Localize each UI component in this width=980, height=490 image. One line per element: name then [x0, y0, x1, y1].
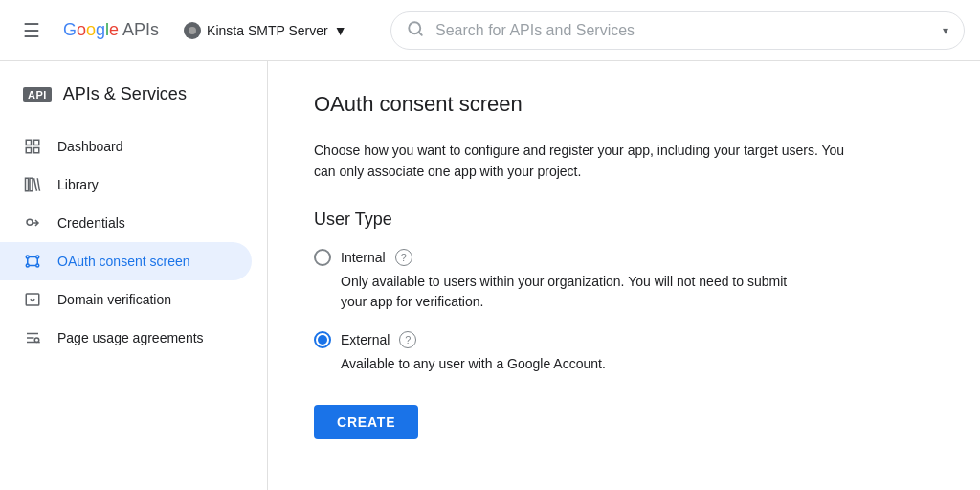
project-dropdown-icon: ▼: [334, 23, 347, 38]
create-button[interactable]: CREATE: [314, 405, 418, 439]
google-apis-logo: Google APIs: [63, 20, 159, 40]
sidebar-item-library-label: Library: [57, 177, 99, 192]
search-placeholder: Search for APIs and Services: [435, 22, 931, 39]
topbar: ☰ Google APIs Kinsta SMTP Server ▼ Searc…: [0, 0, 980, 61]
svg-rect-5: [34, 148, 39, 153]
internal-option: Internal ? Only available to users withi…: [314, 249, 934, 312]
domain-icon: [23, 290, 42, 309]
sidebar-section-title: APIs & Services: [63, 84, 187, 104]
sidebar-nav: Dashboard Library Credentials: [0, 127, 267, 357]
page-description: Choose how you want to configure and reg…: [314, 140, 850, 183]
internal-radio[interactable]: [314, 249, 331, 266]
sidebar-item-dashboard[interactable]: Dashboard: [0, 127, 252, 166]
external-label: External: [341, 332, 390, 347]
svg-point-10: [36, 256, 39, 258]
svg-line-22: [38, 342, 39, 343]
svg-rect-6: [26, 178, 29, 191]
search-chevron-icon: ▾: [943, 24, 948, 37]
svg-line-1: [418, 32, 421, 34]
sidebar-item-credentials[interactable]: Credentials: [0, 204, 252, 242]
external-radio-row: External ?: [314, 331, 934, 348]
sidebar-item-domain-label: Domain verification: [57, 292, 171, 307]
sidebar-item-library[interactable]: Library: [0, 166, 252, 204]
sidebar-item-page-usage-label: Page usage agreements: [57, 330, 204, 345]
sidebar-header: API APIs & Services: [0, 69, 267, 120]
project-dot-inner: [189, 27, 196, 34]
sidebar-item-dashboard-label: Dashboard: [57, 139, 123, 154]
svg-point-8: [27, 219, 33, 225]
main-content: OAuth consent screen Choose how you want…: [268, 61, 980, 490]
sidebar-item-oauth[interactable]: OAuth consent screen: [0, 242, 252, 280]
svg-rect-3: [34, 140, 39, 145]
internal-label: Internal: [341, 250, 386, 265]
sidebar-item-oauth-label: OAuth consent screen: [57, 254, 190, 269]
external-help-icon[interactable]: ?: [399, 331, 416, 348]
user-type-section-title: User Type: [314, 210, 934, 230]
hamburger-menu-icon[interactable]: ☰: [15, 11, 48, 50]
internal-radio-row: Internal ?: [314, 249, 934, 266]
dashboard-icon: [23, 137, 42, 156]
apis-text: APIs: [122, 20, 159, 40]
svg-point-21: [34, 338, 39, 343]
sidebar: API APIs & Services Dashboard Library: [0, 61, 268, 490]
external-radio[interactable]: [314, 331, 331, 348]
internal-description: Only available to users within your orga…: [341, 272, 800, 312]
user-type-options: Internal ? Only available to users withi…: [314, 249, 934, 374]
svg-rect-4: [26, 148, 31, 153]
sidebar-item-page-usage[interactable]: Page usage agreements: [0, 319, 252, 357]
search-icon: [407, 20, 424, 41]
external-description: Available to any user with a Google Acco…: [341, 354, 800, 374]
project-dot-icon: [184, 22, 201, 39]
svg-rect-2: [26, 140, 31, 145]
credentials-icon: [23, 213, 42, 233]
main-layout: API APIs & Services Dashboard Library: [0, 61, 980, 490]
external-option: External ? Available to any user with a …: [314, 331, 934, 374]
svg-point-12: [36, 264, 39, 267]
page-title: OAuth consent screen: [314, 92, 934, 117]
sidebar-item-credentials-label: Credentials: [57, 215, 125, 231]
svg-point-9: [26, 256, 29, 258]
page-usage-icon: [23, 328, 42, 347]
search-bar[interactable]: Search for APIs and Services ▾: [390, 11, 965, 50]
svg-rect-7: [30, 178, 33, 191]
svg-point-11: [26, 264, 29, 267]
sidebar-item-domain[interactable]: Domain verification: [0, 280, 252, 319]
project-name: Kinsta SMTP Server: [207, 23, 328, 38]
google-g-letter: Google: [63, 20, 119, 40]
api-badge: API: [23, 87, 52, 102]
oauth-icon: [23, 252, 42, 271]
library-icon: [23, 175, 42, 194]
internal-help-icon[interactable]: ?: [395, 249, 412, 266]
project-selector[interactable]: Kinsta SMTP Server ▼: [174, 16, 356, 45]
svg-rect-17: [26, 294, 39, 305]
